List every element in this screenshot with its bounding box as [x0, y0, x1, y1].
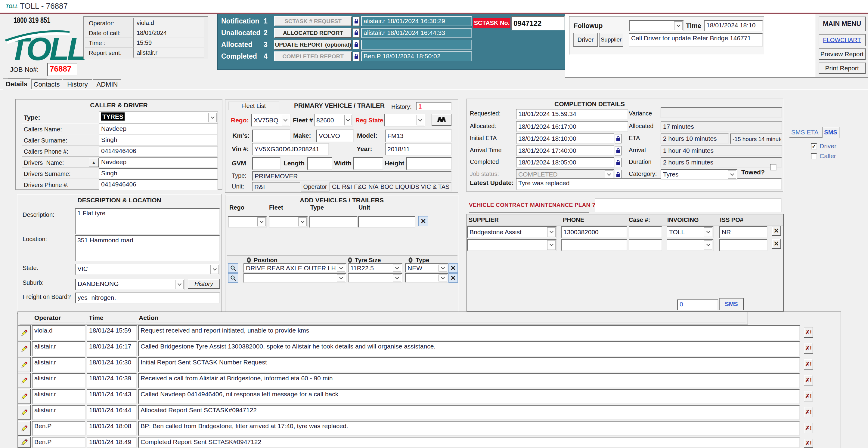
action-delete-button[interactable]: ✗! — [804, 327, 813, 338]
requested-field[interactable]: 18/01/2024 15:59:34 — [516, 109, 628, 119]
tyre-search-button[interactable] — [228, 264, 238, 273]
action-operator-field[interactable]: alistair.r — [32, 357, 86, 372]
action-delete-button[interactable]: ✗! — [804, 407, 813, 417]
action-time-field[interactable]: 18/01/24 16:43 — [87, 389, 137, 404]
chevron-down-icon[interactable] — [298, 217, 307, 227]
reg-state-select[interactable] — [384, 114, 425, 127]
action-delete-button[interactable]: ✗! — [804, 423, 813, 433]
chevron-down-icon[interactable] — [337, 265, 345, 272]
latest-update-field[interactable]: Tyre was replaced — [516, 178, 782, 190]
action-delete-button[interactable]: ✗! — [804, 343, 813, 354]
callers-name-field[interactable]: Navdeep — [99, 124, 218, 135]
chevron-down-icon[interactable] — [257, 217, 266, 227]
width-field[interactable] — [353, 157, 383, 170]
action-delete-button[interactable]: ✗! — [804, 439, 813, 448]
job-no-field[interactable]: 76887 — [47, 63, 78, 76]
vin-field[interactable]: YV5XG30D6JD208241 — [252, 143, 329, 156]
chevron-down-icon[interactable] — [547, 240, 556, 250]
tab-history[interactable]: History — [63, 79, 92, 89]
supplier-delete-button[interactable]: ✕ — [772, 226, 781, 236]
add-unit-field[interactable] — [358, 216, 415, 228]
fleet-list-button[interactable]: Fleet List — [228, 102, 279, 110]
action-text-field[interactable]: BP: Ben called from Bridgestone, fitter … — [138, 421, 800, 436]
action-time-field[interactable]: 18/01/24 15:59 — [87, 325, 137, 340]
lock-icon[interactable] — [353, 52, 360, 61]
chevron-down-icon[interactable] — [704, 240, 712, 250]
add-rego-select[interactable] — [228, 216, 267, 228]
supplier-phone-field[interactable] — [561, 239, 627, 251]
chevron-down-icon[interactable] — [416, 115, 424, 126]
action-time-field[interactable]: 18/01/24 16:17 — [87, 341, 137, 356]
followup-select[interactable] — [629, 20, 684, 31]
drivers-name-field[interactable]: Navdeep — [99, 157, 218, 168]
tyre-size-select[interactable] — [348, 273, 402, 283]
callers-phone-field[interactable]: 0414946406 — [99, 146, 218, 157]
action-time-field[interactable]: 18/01/24 16:44 — [87, 405, 137, 420]
type-select[interactable]: TYRES — [99, 111, 218, 124]
sms-caller-checkbox[interactable] — [811, 153, 817, 159]
followup-time-field[interactable]: 18/01/2024 18:10 — [704, 20, 763, 31]
description-field[interactable]: 1 Flat tyre — [75, 208, 220, 235]
followup-driver-button[interactable]: Driver — [574, 33, 598, 46]
completed-report-button[interactable]: COMPLETED REPORT — [274, 51, 352, 61]
supplier-sms-button[interactable]: SMS — [719, 298, 744, 310]
lock-icon[interactable] — [615, 158, 621, 167]
sms-eta-link[interactable]: SMS ETA — [791, 129, 819, 136]
supplier-delete-button[interactable]: ✕ — [772, 239, 781, 249]
tyre-clear-button[interactable]: ✕ — [448, 264, 458, 273]
action-edit-button[interactable] — [18, 405, 31, 420]
action-edit-button[interactable] — [18, 357, 31, 372]
action-operator-field[interactable]: viola.d — [32, 325, 86, 340]
completed-field[interactable]: 18/01/2024 18:05:00 — [516, 157, 614, 168]
chevron-down-icon[interactable] — [344, 115, 352, 126]
chevron-down-icon[interactable] — [282, 115, 289, 126]
tyre-search-button[interactable] — [228, 273, 238, 283]
make-field[interactable]: VOLVO — [316, 130, 354, 142]
print-report-button[interactable]: Print Report — [819, 63, 866, 74]
tyre-position-select[interactable]: DRIVE REAR AXLE OUTER LH — [244, 264, 346, 273]
supplier-phone-field[interactable]: 1300382000 — [561, 226, 627, 238]
lock-icon[interactable] — [353, 16, 360, 26]
action-operator-field[interactable]: Ben.P — [32, 421, 86, 436]
gvm-field[interactable] — [252, 157, 280, 170]
action-operator-field[interactable]: alistair.r — [32, 373, 86, 388]
chevron-down-icon[interactable] — [438, 275, 447, 281]
supplier-invoicing-select[interactable] — [666, 239, 714, 251]
kms-field[interactable] — [252, 130, 290, 142]
year-field[interactable]: 2018/11 — [385, 143, 452, 156]
length-field[interactable] — [307, 157, 332, 170]
flowchart-button[interactable]: FLOWCHART — [819, 34, 866, 46]
chevron-down-icon[interactable] — [208, 113, 217, 123]
add-fleet-select[interactable] — [269, 216, 308, 228]
action-edit-button[interactable] — [18, 325, 31, 340]
chevron-down-icon[interactable] — [438, 265, 447, 272]
chevron-down-icon[interactable] — [175, 280, 184, 289]
chevron-down-icon[interactable] — [393, 275, 401, 281]
update-report-button[interactable]: UPDATE REPORT (optional) — [274, 40, 352, 49]
supplier-case-field[interactable] — [629, 226, 662, 238]
tyre-clear-button[interactable]: ✕ — [448, 273, 458, 283]
action-edit-button[interactable] — [18, 437, 31, 448]
sms-count-field[interactable]: 0 — [677, 300, 718, 310]
chevron-down-icon[interactable] — [337, 275, 345, 281]
action-text-field[interactable]: Received a call from Alistair at Bridges… — [138, 373, 800, 388]
action-operator-field[interactable]: alistair.r — [32, 389, 86, 404]
tab-contacts[interactable]: Contacts — [31, 79, 62, 89]
copy-caller-to-driver-button[interactable]: ▲ — [89, 158, 99, 167]
lock-icon[interactable] — [615, 134, 621, 143]
add-vehicle-clear-button[interactable]: ✕ — [418, 216, 428, 226]
vehicle-search-button[interactable] — [432, 114, 452, 126]
action-time-field[interactable]: 18/01/24 16:39 — [87, 373, 137, 388]
preview-report-button[interactable]: Preview Report — [819, 48, 866, 60]
tyre-size-select[interactable]: 11R22.5 — [348, 264, 402, 273]
tyre-type-select[interactable] — [405, 273, 448, 283]
action-operator-field[interactable]: alistair.r — [32, 341, 86, 356]
action-edit-button[interactable] — [18, 341, 31, 356]
action-edit-button[interactable] — [18, 421, 31, 436]
supplier-invoicing-select[interactable]: TOLL — [666, 226, 714, 238]
tab-admin[interactable]: ADMIN — [93, 79, 121, 89]
chevron-down-icon[interactable] — [674, 21, 683, 30]
rego-select[interactable]: XV75BQ — [251, 114, 290, 127]
location-field[interactable]: 351 Hammond road — [75, 235, 220, 261]
drivers-surname-field[interactable]: Singh — [99, 168, 218, 179]
